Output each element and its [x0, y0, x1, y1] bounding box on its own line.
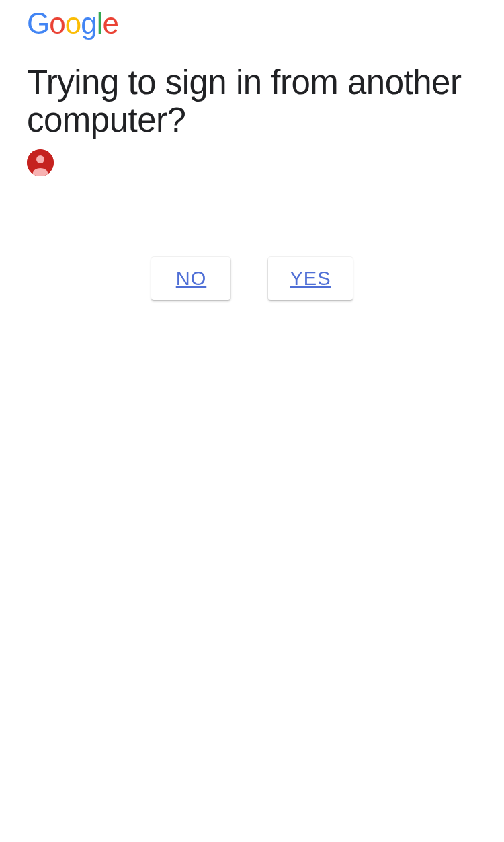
- avatar: [27, 149, 54, 176]
- person-icon: [27, 149, 54, 176]
- logo-letter-o2: o: [65, 7, 81, 40]
- google-logo: Google: [27, 7, 477, 40]
- no-button[interactable]: NO: [151, 257, 230, 300]
- yes-button[interactable]: YES: [268, 257, 352, 300]
- logo-letter-o1: o: [49, 7, 65, 40]
- logo-letter-g1: G: [27, 7, 49, 40]
- account-row: [27, 149, 477, 176]
- page-title: Trying to sign in from another computer?: [27, 64, 477, 139]
- svg-point-1: [36, 155, 44, 163]
- logo-letter-e: e: [102, 7, 118, 40]
- button-row: NO YES: [27, 257, 477, 300]
- logo-letter-g2: g: [81, 7, 96, 40]
